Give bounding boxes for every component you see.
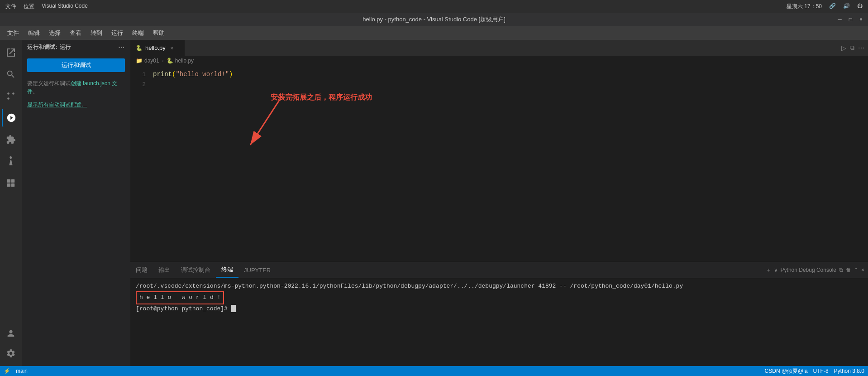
terminal-panel: 问题 输出 调试控制台 终端 JUPYTER ＋ ∨ Python Debug … xyxy=(130,262,868,366)
activity-remote[interactable] xyxy=(2,174,20,192)
terminal-tab-debug-console[interactable]: 调试控制台 xyxy=(176,262,216,278)
editor-area: 🐍 hello.py × ▷ ⧉ ⋯ 📁 day01 › 🐍 hello.py xyxy=(130,40,868,366)
statusbar-encoding[interactable]: UTF-8 xyxy=(813,368,829,374)
terminal-line-3: [root@python python_code]# xyxy=(136,304,863,314)
svg-rect-4 xyxy=(11,179,14,183)
tabs-bar-actions[interactable]: ▷ ⧉ ⋯ xyxy=(841,40,868,56)
more-actions-icon[interactable]: ⋯ xyxy=(858,44,864,52)
activity-testing[interactable] xyxy=(2,152,20,170)
os-power-icon: ⏻ xyxy=(857,3,863,10)
activity-source-control[interactable] xyxy=(2,87,20,105)
terminal-line-2: h e l l o w o r l d ! xyxy=(136,291,863,304)
menu-goto[interactable]: 转到 xyxy=(87,27,106,39)
statusbar-language[interactable]: Python 3.8.0 xyxy=(834,368,864,374)
activity-explorer[interactable] xyxy=(2,43,20,62)
window-controls[interactable]: ─ □ × xyxy=(838,16,863,23)
terminal-add-icon[interactable]: ＋ xyxy=(766,266,771,274)
python-file-icon: 🐍 xyxy=(136,45,143,51)
statusbar-remote-icon[interactable]: ⚡ xyxy=(4,368,10,374)
show-all-debug-configs-link[interactable]: 显示所有自动调试配置。 xyxy=(22,99,130,111)
python-debug-console-label: Python Debug Console xyxy=(781,267,836,273)
terminal-body[interactable]: /root/.vscode/extensions/ms-python.pytho… xyxy=(130,278,868,366)
sidebar-title: 运行和调试: 运行 xyxy=(27,43,71,51)
terminal-tab-problems[interactable]: 问题 xyxy=(130,262,153,278)
tab-close-button[interactable]: × xyxy=(168,44,176,52)
svg-rect-6 xyxy=(11,183,14,187)
terminal-tab-terminal[interactable]: 终端 xyxy=(216,262,238,278)
code-editor[interactable]: 1 print("hello world!") 2 安装完拓展之后，程序运行成功 xyxy=(130,66,868,262)
activity-search[interactable] xyxy=(2,65,20,83)
terminal-chevron-down-icon[interactable]: ∨ xyxy=(774,267,778,273)
terminal-cursor xyxy=(231,305,236,312)
statusbar-branch[interactable]: main xyxy=(16,368,28,374)
activity-bottom xyxy=(2,324,20,366)
sidebar-more-options-icon[interactable]: ⋯ xyxy=(118,44,125,51)
sidebar: 运行和调试: 运行 ⋯ 运行和调试 要定义运行和调试创建 launch.json… xyxy=(22,40,130,366)
main-layout: 运行和调试: 运行 ⋯ 运行和调试 要定义运行和调试创建 launch.json… xyxy=(0,40,868,366)
sidebar-header-icons[interactable]: ⋯ xyxy=(118,44,125,51)
split-editor-icon[interactable]: ⧉ xyxy=(850,44,854,52)
svg-point-0 xyxy=(7,92,10,95)
os-menu-apps[interactable]: 文件 xyxy=(5,3,16,10)
maximize-button[interactable]: □ xyxy=(849,16,852,23)
breadcrumb-root[interactable]: 📁 day01 xyxy=(136,58,159,64)
window-title: hello.py - python_code - Visual Studio C… xyxy=(362,15,506,24)
menu-terminal[interactable]: 终端 xyxy=(129,27,148,39)
menu-help[interactable]: 帮助 xyxy=(149,27,168,39)
annotation-text: 安装完拓展之后，程序运行成功 xyxy=(271,93,372,102)
svg-line-8 xyxy=(250,100,280,145)
os-topbar-left: 文件 位置 Visual Studio Code xyxy=(5,3,88,10)
run-debug-button[interactable]: 运行和调试 xyxy=(27,58,125,72)
editor-container: 1 print("hello world!") 2 安装完拓展之后，程序运行成功 xyxy=(130,66,868,366)
terminal-split-icon[interactable]: ⧉ xyxy=(839,267,843,273)
editor-tab-hello-py[interactable]: 🐍 hello.py × xyxy=(130,40,185,56)
terminal-tabs: 问题 输出 调试控制台 终端 JUPYTER ＋ ∨ Python Debug … xyxy=(130,262,868,278)
line-number-1: 1 xyxy=(130,71,153,78)
os-network-icon: 🔗 xyxy=(829,3,836,10)
activity-bar xyxy=(0,40,22,366)
statusbar: ⚡ main CSDN @倾夏@la UTF-8 Python 3.8.0 xyxy=(0,366,868,376)
terminal-output-highlight: h e l l o w o r l d ! xyxy=(136,291,224,304)
activity-settings[interactable] xyxy=(2,344,20,362)
activity-account[interactable] xyxy=(2,324,20,342)
statusbar-right: CSDN @倾夏@la UTF-8 Python 3.8.0 xyxy=(765,367,864,375)
create-launch-json-link[interactable]: 创建 launch.json 文件 xyxy=(27,80,117,95)
menu-run[interactable]: 运行 xyxy=(108,27,127,39)
menubar: 文件 编辑 选择 查看 转到 运行 终端 帮助 xyxy=(0,26,868,40)
breadcrumb-file[interactable]: 🐍 hello.py xyxy=(167,58,194,64)
svg-point-1 xyxy=(7,97,10,100)
line-content-2 xyxy=(153,81,157,88)
menu-edit[interactable]: 编辑 xyxy=(24,27,43,39)
menu-file[interactable]: 文件 xyxy=(4,27,23,39)
os-menu-vscode[interactable]: Visual Studio Code xyxy=(42,3,88,10)
run-file-icon[interactable]: ▷ xyxy=(841,44,846,52)
svg-rect-3 xyxy=(7,179,10,183)
svg-point-2 xyxy=(12,92,14,95)
breadcrumb: 📁 day01 › 🐍 hello.py xyxy=(130,56,868,66)
code-line-1: 1 print("hello world!") xyxy=(130,69,868,79)
os-volume-icon: 🔊 xyxy=(843,3,850,10)
activity-run-debug[interactable] xyxy=(2,109,20,127)
breadcrumb-separator: › xyxy=(162,58,164,64)
menu-view[interactable]: 查看 xyxy=(66,27,85,39)
terminal-tab-jupyter[interactable]: JUPYTER xyxy=(238,262,276,278)
activity-extensions[interactable] xyxy=(2,130,20,149)
line-number-2: 2 xyxy=(130,81,153,88)
terminal-tab-output[interactable]: 输出 xyxy=(153,262,176,278)
menu-select[interactable]: 选择 xyxy=(45,27,64,39)
sidebar-header: 运行和调试: 运行 ⋯ xyxy=(22,40,130,55)
os-topbar: 文件 位置 Visual Studio Code 星期六 17：50 🔗 🔊 ⏻ xyxy=(0,0,868,13)
line-content-1: print("hello world!") xyxy=(153,71,233,78)
terminal-trash-icon[interactable]: 🗑 xyxy=(846,267,851,273)
minimize-button[interactable]: ─ xyxy=(838,16,842,23)
sidebar-hint-text: 要定义运行和调试创建 launch.json 文件。 xyxy=(22,76,130,99)
terminal-maximize-icon[interactable]: ⌃ xyxy=(854,267,858,273)
terminal-close-icon[interactable]: × xyxy=(861,267,864,273)
close-button[interactable]: × xyxy=(859,16,863,23)
annotation-arrow xyxy=(243,91,334,163)
os-topbar-right: 星期六 17：50 🔗 🔊 ⏻ xyxy=(787,3,863,10)
terminal-tabs-actions[interactable]: ＋ ∨ Python Debug Console ⧉ 🗑 ⌃ × xyxy=(766,262,868,278)
titlebar: hello.py - python_code - Visual Studio C… xyxy=(0,13,868,26)
file-icon: 🐍 xyxy=(167,58,173,64)
os-menu-places[interactable]: 位置 xyxy=(24,3,34,10)
